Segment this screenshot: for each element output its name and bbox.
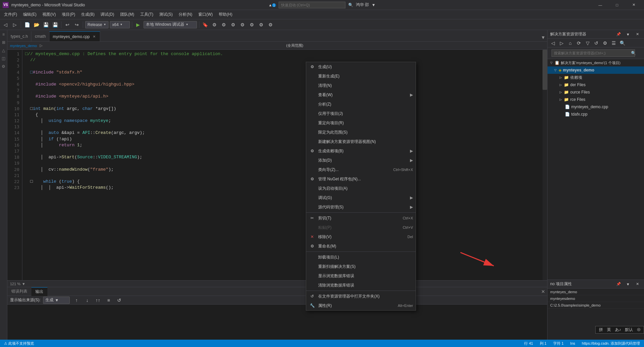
toolbar-btn-extra5[interactable]: ⚙ <box>248 21 256 29</box>
tree-item-mynteyes-demo[interactable]: 📄 mynteyes_demo.cpp <box>548 103 644 111</box>
se-search-btn[interactable]: 🔍 <box>618 39 626 47</box>
ctx-show-db-errors[interactable]: 显示浏览数据库错误 <box>306 271 416 281</box>
ime-default[interactable]: 默认 <box>624 327 634 333</box>
minimize-button[interactable]: — <box>593 0 608 10</box>
menu-tools[interactable]: 工具(T) <box>138 10 156 19</box>
ctx-unload[interactable]: 卸载项目(L) <box>306 252 416 262</box>
menu-file[interactable]: 文件(F) <box>1 10 20 19</box>
toolbar-btn-extra6[interactable]: ⚙ <box>257 21 265 29</box>
se-back-btn[interactable]: ◁ <box>549 39 557 47</box>
ctx-remove[interactable]: ✕ 移除(V) Del <box>306 232 416 241</box>
toolbar-btn-extra4[interactable]: ⚙ <box>239 21 247 29</box>
ctx-paste[interactable]: 粘贴(P) Ctrl+V <box>306 223 416 232</box>
filepath-scope[interactable]: (全局范围) <box>286 43 303 48</box>
props-close-btn[interactable]: ✕ <box>633 280 641 288</box>
menu-help[interactable]: 帮助(H) <box>216 10 235 19</box>
sidebar-icon-5[interactable]: ⚙ <box>1 63 7 69</box>
user-expand-icon[interactable]: ▼ <box>372 3 376 7</box>
ctx-set-startup[interactable]: 设为启动项目(A) <box>306 184 416 193</box>
undo-button[interactable]: ↩ <box>63 21 71 29</box>
output-btn-4[interactable]: ≡ <box>104 296 113 304</box>
open-button[interactable]: 📂 <box>32 21 40 29</box>
ctx-build[interactable]: ⚙ 生成(U) <box>306 62 416 71</box>
ctx-add[interactable]: 添加(D) ▶ <box>306 156 416 165</box>
ctx-project-only[interactable]: 仅用于项目(J) <box>306 109 416 118</box>
forward-button[interactable]: ▷ <box>11 21 19 29</box>
sidebar-icon-3[interactable]: △ <box>1 47 7 53</box>
se-props-btn[interactable]: ☰ <box>610 39 618 47</box>
scroll-thumb[interactable] <box>543 50 547 90</box>
tab-mynteyes-demo-cpp[interactable]: mynteyes_demo.cpp ✕ <box>49 31 100 41</box>
ctx-scope[interactable]: 限定为此范围(S) <box>306 128 416 137</box>
output-btn-3[interactable]: ↑↑ <box>94 296 102 304</box>
status-col[interactable]: 列 1 <box>539 341 548 346</box>
sidebar-icon-4[interactable]: ◫ <box>1 55 7 61</box>
tree-solution-root[interactable]: ▽ 📋 解决方案'mynteyes_demo'(1 个项目) <box>548 59 644 66</box>
menu-window[interactable]: 窗口(W) <box>196 10 215 19</box>
debug-target-dropdown[interactable]: 本地 Windows 调试器 ▼ <box>144 21 197 28</box>
sidebar-icon-1[interactable]: ≡ <box>1 31 7 37</box>
filepath-project[interactable]: mynteyes_demo <box>10 44 37 48</box>
se-sync-btn[interactable]: ⟳ <box>575 39 583 47</box>
ctx-rescan[interactable]: 重新扫描解决方案(S) <box>306 262 416 271</box>
save-all-button[interactable]: 💾 <box>51 21 59 29</box>
se-refresh-btn[interactable]: ↺ <box>592 39 600 47</box>
ctx-new-view[interactable]: 新建解决方案资源管理器视图(N) <box>306 137 416 146</box>
editor-scrollbar[interactable] <box>543 50 547 280</box>
ime-pinyin[interactable]: 拼 <box>598 327 604 333</box>
architecture-dropdown[interactable]: x64 ▼ <box>110 21 130 28</box>
menu-view[interactable]: 视图(V) <box>40 10 58 19</box>
tab-error-list[interactable]: 错误列表 <box>7 287 31 296</box>
ctx-open-folder[interactable]: ↺ 在文件资源管理器中打开文件夹(X) <box>306 292 416 301</box>
se-dropdown-button[interactable]: ▼ <box>624 30 632 38</box>
se-pin-button[interactable]: 📌 <box>615 30 623 38</box>
tab-types-c-h[interactable]: types_c.h <box>7 31 31 41</box>
ctx-rename[interactable]: ⚙ 重命名(M) <box>306 241 416 251</box>
configuration-dropdown[interactable]: Release ▼ <box>85 21 109 28</box>
menu-team[interactable]: 团队(M) <box>118 10 137 19</box>
props-pin-btn[interactable]: 📌 <box>615 280 623 288</box>
output-btn-5[interactable]: ↺ <box>115 296 123 304</box>
ctx-properties[interactable]: 🔧 属性(R) Alt+Enter <box>306 301 416 310</box>
close-button[interactable]: ✕ <box>626 0 641 10</box>
tree-item-source-files[interactable]: ▷ 📁 rce Files <box>548 96 644 103</box>
ctx-source-control[interactable]: 源代码管理(S) ▶ <box>306 202 416 212</box>
ctx-class-wizard[interactable]: 类向导(Z)... Ctrl+Shift+X <box>306 165 416 174</box>
zoom-level[interactable]: 121 % <box>10 282 20 286</box>
ime-kana[interactable]: あ♪ <box>614 327 622 333</box>
se-close-button[interactable]: ✕ <box>633 30 641 38</box>
maximize-button[interactable]: □ <box>609 0 625 10</box>
status-url[interactable]: https://blog.csdn. 添加到源代码管理 <box>581 341 641 346</box>
menu-build[interactable]: 生成(B) <box>78 10 97 19</box>
menu-edit[interactable]: 编辑(E) <box>20 10 39 19</box>
se-forward-btn[interactable]: ▷ <box>558 39 566 47</box>
status-warning[interactable]: ⚠ 此项不支持预览 <box>3 341 35 346</box>
code-editor[interactable]: 1 2 3 4 5 6 7 8 9 10 11 12 13 14 15 16 1… <box>7 50 547 280</box>
status-row[interactable]: 行 41 <box>523 341 534 346</box>
new-button[interactable]: 📄 <box>23 21 31 29</box>
output-btn-1[interactable]: ↑ <box>72 296 80 304</box>
toolbar-btn-extra1[interactable]: ⚙ <box>211 21 219 29</box>
tab-output[interactable]: 输出 <box>31 287 47 296</box>
menu-project[interactable]: 项目(P) <box>59 10 78 19</box>
close-panel-button[interactable]: ✕ <box>539 288 547 296</box>
ime-english[interactable]: 英 <box>606 327 612 333</box>
menu-test[interactable]: 测试(S) <box>157 10 175 19</box>
ctx-analyze[interactable]: 分析(Z) <box>306 100 416 109</box>
tree-item-deps[interactable]: ▷ 📁 依赖项 <box>548 74 644 81</box>
ctx-cut[interactable]: ✂ 剪切(T) Ctrl+X <box>306 213 416 223</box>
props-dropdown-btn[interactable]: ▼ <box>624 280 632 288</box>
ctx-clean[interactable]: 清理(N) <box>306 81 416 90</box>
status-char[interactable]: 字符 1 <box>552 341 565 346</box>
redo-button[interactable]: ↪ <box>73 21 81 29</box>
menu-analyze[interactable]: 分析(N) <box>176 10 195 19</box>
back-button[interactable]: ◁ <box>1 21 9 29</box>
se-home-btn[interactable]: ⌂ <box>566 39 574 47</box>
toolbar-btn-extra2[interactable]: ⚙ <box>220 21 228 29</box>
ctx-build-deps[interactable]: ⚙ 生成依赖项(B) ▶ <box>306 146 416 156</box>
quick-launch-input[interactable] <box>279 2 346 8</box>
bookmark-button[interactable]: 🔖 <box>201 21 209 29</box>
status-ins-mode[interactable]: Ins <box>569 341 577 345</box>
save-button[interactable]: 💾 <box>42 21 50 29</box>
ctx-rebuild[interactable]: 重新生成(E) <box>306 71 416 81</box>
